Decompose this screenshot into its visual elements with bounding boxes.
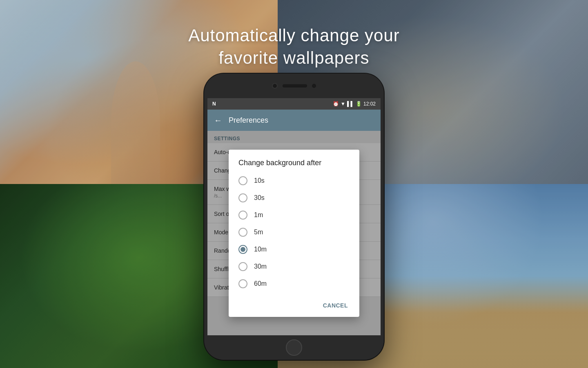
radio-option-60m[interactable]: 60m bbox=[229, 275, 359, 292]
phone-screen: N ⏰ ▼ ▌▌ 🔋 12:02 ← Preferences Settings bbox=[207, 98, 381, 335]
phone-mockup: N ⏰ ▼ ▌▌ 🔋 12:02 ← Preferences Settings bbox=[204, 74, 384, 360]
status-bar: N ⏰ ▼ ▌▌ 🔋 12:02 bbox=[207, 98, 381, 110]
app-bar-title: Preferences bbox=[229, 116, 268, 125]
proximity-sensor bbox=[312, 84, 316, 88]
radio-option-30m[interactable]: 30m bbox=[229, 258, 359, 275]
headline: Automatically change your favorite wallp… bbox=[0, 25, 588, 69]
radio-label-60m: 60m bbox=[254, 280, 267, 287]
dialog-actions: CANCEL bbox=[229, 296, 359, 317]
radio-label-10s: 10s bbox=[254, 177, 265, 184]
cancel-button[interactable]: CANCEL bbox=[318, 299, 353, 312]
radio-circle-30s bbox=[238, 193, 247, 202]
signal-icon: ▌▌ bbox=[347, 101, 354, 107]
headline-line2: favorite wallpapers bbox=[0, 47, 588, 70]
front-camera bbox=[272, 83, 278, 89]
alarm-icon: ⏰ bbox=[333, 101, 339, 107]
phone-top-bar bbox=[204, 74, 384, 98]
radio-option-30s[interactable]: 30s bbox=[229, 189, 359, 206]
radio-label-10m: 10m bbox=[254, 246, 267, 253]
radio-circle-60m bbox=[238, 279, 247, 288]
status-left: N bbox=[212, 101, 216, 107]
radio-option-1m[interactable]: 1m bbox=[229, 206, 359, 224]
phone-bottom-bar bbox=[204, 335, 384, 360]
clock: 12:02 bbox=[363, 101, 376, 107]
radio-circle-10m bbox=[238, 245, 247, 254]
phone-frame: N ⏰ ▼ ▌▌ 🔋 12:02 ← Preferences Settings bbox=[204, 74, 384, 360]
earpiece-speaker bbox=[283, 84, 307, 88]
change-background-dialog: Change background after 10s 30s bbox=[229, 150, 359, 317]
radio-circle-1m bbox=[238, 211, 247, 220]
radio-label-30m: 30m bbox=[254, 263, 267, 270]
radio-option-10m[interactable]: 10m bbox=[229, 241, 359, 258]
status-right: ⏰ ▼ ▌▌ 🔋 12:02 bbox=[333, 101, 376, 107]
radio-circle-5m bbox=[238, 228, 247, 237]
radio-option-10s[interactable]: 10s bbox=[229, 172, 359, 189]
radio-circle-10s bbox=[238, 176, 247, 185]
radio-circle-30m bbox=[238, 262, 247, 271]
radio-option-5m[interactable]: 5m bbox=[229, 224, 359, 241]
dialog-overlay: Change background after 10s 30s bbox=[207, 131, 381, 335]
dialog-options: 10s 30s 1m bbox=[229, 172, 359, 296]
battery-icon: 🔋 bbox=[356, 101, 362, 107]
wifi-icon: ▼ bbox=[341, 101, 345, 107]
preferences-screen: Settings Auto-cycle wallpaper Change int… bbox=[207, 131, 381, 335]
dialog-title: Change background after bbox=[229, 150, 359, 172]
back-button[interactable]: ← bbox=[214, 116, 222, 125]
headline-line1: Automatically change your bbox=[0, 25, 588, 47]
notification-icon: N bbox=[212, 101, 216, 107]
home-button[interactable] bbox=[286, 339, 302, 356]
app-bar: ← Preferences bbox=[207, 110, 381, 131]
radio-label-1m: 1m bbox=[254, 211, 263, 219]
radio-label-30s: 30s bbox=[254, 194, 265, 202]
radio-label-5m: 5m bbox=[254, 229, 263, 236]
